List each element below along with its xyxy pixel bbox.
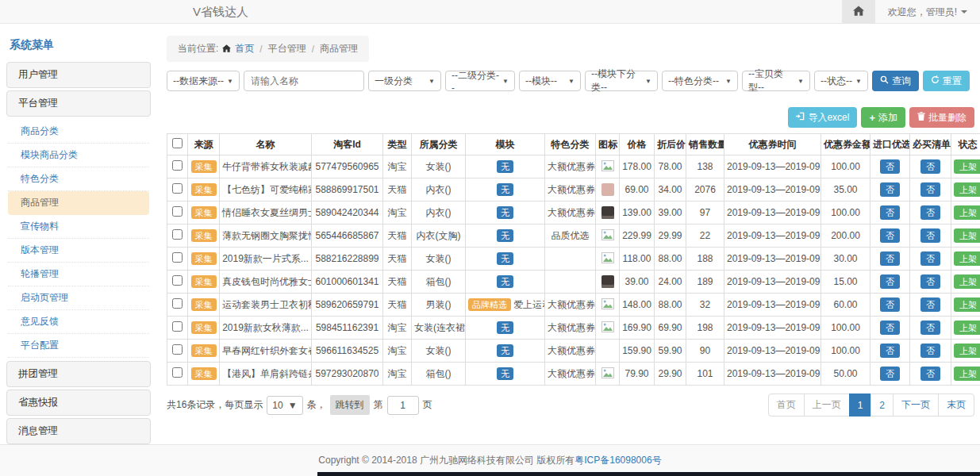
sales-cell: 189 xyxy=(686,271,724,294)
sidebar-item[interactable]: 轮播管理 xyxy=(8,263,149,286)
import-select-toggle[interactable]: 否 xyxy=(880,182,900,197)
must-buy-toggle[interactable]: 否 xyxy=(920,159,940,174)
jump-button[interactable]: 跳转到 xyxy=(330,395,370,415)
page-button[interactable]: 1 xyxy=(849,393,872,416)
page-button[interactable]: 末页 xyxy=(938,393,974,416)
batch-delete-button[interactable]: 批量删除 xyxy=(909,107,974,128)
must-buy-toggle[interactable]: 否 xyxy=(920,367,940,381)
status-toggle[interactable]: 上架 xyxy=(954,251,980,266)
coupon-amount-cell: 100.00 xyxy=(821,155,870,178)
sidebar-item[interactable]: 商品分类 xyxy=(8,120,149,144)
sidebar-item[interactable]: 平台配置 xyxy=(8,334,149,358)
row-checkbox[interactable] xyxy=(172,160,183,171)
row-checkbox[interactable] xyxy=(172,183,183,194)
must-buy-toggle[interactable]: 否 xyxy=(920,344,940,358)
import-select-toggle[interactable]: 否 xyxy=(880,205,900,220)
page-button[interactable]: 下一页 xyxy=(893,393,939,416)
must-buy-toggle[interactable]: 否 xyxy=(920,182,940,197)
sidebar-item[interactable]: 启动页管理 xyxy=(8,286,149,310)
filter-select[interactable]: --状态--▼ xyxy=(814,71,868,91)
import-select-toggle[interactable]: 否 xyxy=(880,251,900,266)
must-buy-toggle[interactable]: 否 xyxy=(920,321,940,335)
filter-select-label: --宝贝类型-- xyxy=(748,67,794,94)
column-header: 销售数量 xyxy=(686,134,724,155)
import-select-toggle[interactable]: 否 xyxy=(880,344,900,358)
filter-select[interactable]: --二级分类--▼ xyxy=(445,71,515,91)
bottom-dark-strip xyxy=(317,472,980,476)
status-toggle[interactable]: 上架 xyxy=(954,274,980,289)
row-checkbox[interactable] xyxy=(172,298,183,309)
sidebar-item[interactable]: 意见反馈 xyxy=(8,310,149,334)
column-header: 淘客Id xyxy=(312,134,383,155)
status-cell: 上架 xyxy=(951,294,980,317)
sidebar-item[interactable]: 拼团管理 xyxy=(6,361,151,387)
import-select-toggle[interactable]: 否 xyxy=(880,274,900,289)
page-size-select[interactable]: 10 ▼ xyxy=(267,396,302,415)
import-select-toggle[interactable]: 否 xyxy=(880,321,900,335)
sidebar-item[interactable]: 消息管理 xyxy=(6,418,151,444)
add-button[interactable]: + 添加 xyxy=(861,107,905,128)
page-button[interactable]: 首页 xyxy=(768,393,805,416)
discount-price-cell: 29.99 xyxy=(655,225,686,248)
breadcrumb-home-link[interactable]: 首页 xyxy=(235,42,254,56)
sidebar-item[interactable]: 模块商品分类 xyxy=(8,144,149,167)
row-checkbox[interactable] xyxy=(172,229,183,240)
feature-category-cell: 大额优惠券 xyxy=(545,155,596,178)
filter-select[interactable]: --特色分类--▼ xyxy=(662,71,738,91)
sidebar-item[interactable]: 平台管理 xyxy=(6,90,151,117)
query-button[interactable]: 查询 xyxy=(872,71,919,91)
import-select-toggle[interactable]: 否 xyxy=(880,228,900,243)
coupon-amount-cell: 35.00 xyxy=(821,178,870,202)
status-toggle[interactable]: 上架 xyxy=(954,205,980,220)
page-number-input[interactable] xyxy=(387,396,419,415)
sidebar-item[interactable]: 版本管理 xyxy=(8,239,149,263)
sidebar-item[interactable]: 商品管理 xyxy=(8,191,149,215)
user-menu[interactable]: 欢迎您，管理员! xyxy=(875,6,980,19)
filter-select[interactable]: 一级分类▼ xyxy=(368,71,441,91)
must-buy-toggle[interactable]: 否 xyxy=(920,251,940,266)
status-toggle[interactable]: 上架 xyxy=(954,344,980,358)
module-text: 爱上运动 xyxy=(513,298,545,312)
row-checkbox[interactable] xyxy=(172,321,183,332)
sidebar-item[interactable]: 宣传物料 xyxy=(8,215,149,239)
sidebar-item[interactable]: 用户管理 xyxy=(6,62,151,88)
import-select-toggle[interactable]: 否 xyxy=(880,298,900,312)
row-checkbox[interactable] xyxy=(172,275,183,286)
import-excel-button[interactable]: 导入excel xyxy=(788,107,857,128)
page-button[interactable]: 2 xyxy=(870,393,894,416)
source-cell: 采集 xyxy=(188,225,220,248)
home-button[interactable] xyxy=(842,0,875,24)
status-toggle[interactable]: 上架 xyxy=(954,367,980,381)
page-button[interactable]: 上一页 xyxy=(804,393,850,416)
select-all-checkbox[interactable] xyxy=(172,138,183,148)
must-buy-toggle[interactable]: 否 xyxy=(920,228,940,243)
filter-select[interactable]: --宝贝类型--▼ xyxy=(742,71,810,91)
feature-category-cell: 大额优惠券 xyxy=(545,317,596,340)
must-buy-toggle[interactable]: 否 xyxy=(920,205,940,220)
row-checkbox[interactable] xyxy=(172,206,183,217)
sidebar-item[interactable]: 特色分类 xyxy=(8,167,149,191)
copyright-text: Copyright © 2014-2018 广州九驰网络科技有限公司 版权所有 xyxy=(318,454,575,467)
row-checkbox[interactable] xyxy=(172,367,183,378)
sidebar-item[interactable]: 省惠快报 xyxy=(6,390,151,416)
table-row: 采集情侣睡衣女夏丝绸男士...589042420344淘宝内衣()无大额优惠券1… xyxy=(167,202,980,225)
row-checkbox[interactable] xyxy=(172,252,183,263)
filter-select[interactable]: --模块下分类--▼ xyxy=(585,71,658,91)
import-select-toggle[interactable]: 否 xyxy=(880,367,900,381)
must-buy-toggle[interactable]: 否 xyxy=(920,298,940,312)
status-toggle[interactable]: 上架 xyxy=(954,298,980,312)
import-select-toggle[interactable]: 否 xyxy=(880,159,900,174)
row-checkbox[interactable] xyxy=(172,344,183,355)
status-toggle[interactable]: 上架 xyxy=(954,321,980,335)
name-search-input[interactable] xyxy=(244,71,364,91)
reset-button[interactable]: 重置 xyxy=(923,71,970,91)
status-toggle[interactable]: 上架 xyxy=(954,159,980,174)
filter-select[interactable]: --数据来源--▼ xyxy=(167,71,240,91)
icp-link[interactable]: 粤ICP备16098006号 xyxy=(575,454,661,467)
source-cell: 采集 xyxy=(188,155,220,178)
taoke-id-cell: 597293020870 xyxy=(312,363,383,386)
must-buy-toggle[interactable]: 否 xyxy=(920,274,940,289)
status-toggle[interactable]: 上架 xyxy=(954,182,980,197)
filter-select[interactable]: --模块--▼ xyxy=(519,71,581,91)
status-toggle[interactable]: 上架 xyxy=(954,228,980,243)
